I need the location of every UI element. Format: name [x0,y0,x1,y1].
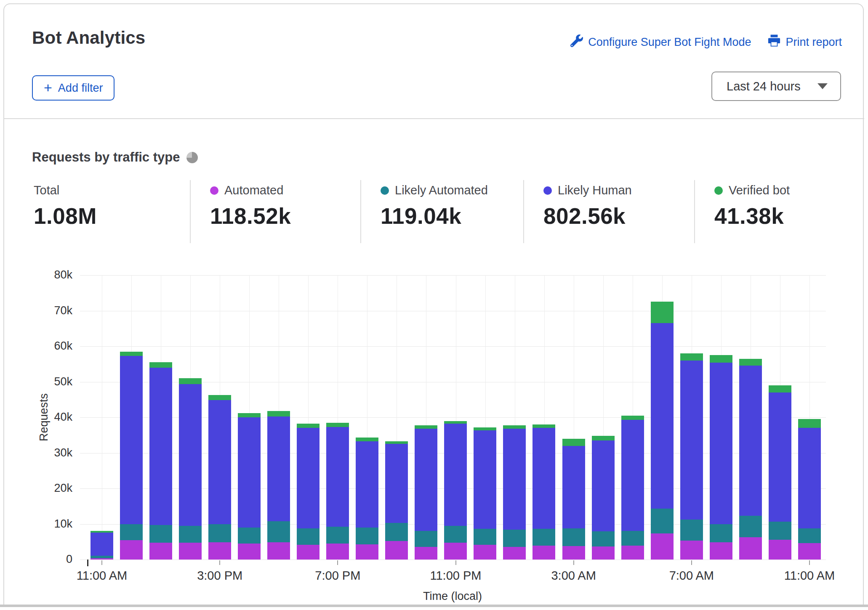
segment-verified-bot [179,378,202,384]
bar-500pm [267,275,290,560]
y-tick-label: 40k [0,411,72,424]
segment-verified-bot [503,425,526,429]
segment-verified-bot [267,411,290,417]
segment-likely-automated [503,530,526,547]
x-tick-label: 7:00 PM [291,569,384,583]
segment-likely-human [179,384,202,525]
segment-likely-human [474,430,496,529]
x-tick-mark [573,560,574,565]
segment-likely-human [385,444,408,523]
segment-automated [297,545,320,560]
segment-likely-human [91,533,113,556]
segment-automated [680,541,703,560]
segment-automated [562,546,585,560]
bar-100pm [149,275,172,560]
segment-verified-bot [621,416,644,420]
x-tick-label: 3:00 AM [527,569,620,583]
segment-verified-bot [356,438,378,441]
bars-container [91,275,821,560]
x-tick-label: 11:00 AM [56,569,148,583]
y-tick-label: 0 [0,553,72,566]
y-axis-title: Requests [37,393,51,441]
segment-verified-bot [297,424,320,428]
segment-likely-automated [444,526,467,543]
segment-likely-human [562,446,585,528]
segment-verified-bot [739,359,762,366]
segment-verified-bot [120,352,143,356]
bar-800am [710,275,732,560]
segment-likely-automated [120,524,143,540]
segment-automated [444,543,467,560]
segment-likely-human [444,424,467,526]
y-tick-label: 80k [0,268,72,281]
segment-likely-automated [621,531,644,546]
segment-likely-human [710,363,732,524]
bar-200am [533,275,555,560]
segment-likely-automated [798,528,821,543]
segment-automated [592,546,615,560]
segment-likely-automated [592,531,615,546]
plot-area [80,275,826,560]
segment-likely-human [533,428,555,529]
segment-likely-automated [533,529,555,546]
segment-verified-bot [592,436,615,440]
x-tick-mark [455,560,456,565]
segment-likely-human [680,361,703,520]
gridline-horizontal [80,560,826,560]
bar-300pm [208,275,231,560]
segment-likely-human [267,416,290,521]
segment-automated [149,543,172,560]
segment-likely-human [739,366,762,516]
y-tick-label: 60k [0,339,72,353]
segment-likely-automated [208,524,231,542]
segment-verified-bot [533,424,555,428]
x-tick-mark [337,560,338,565]
segment-verified-bot [710,355,732,363]
axis-origin-tick [87,560,88,566]
bar-700pm [326,275,349,560]
segment-likely-automated [710,524,732,542]
segment-verified-bot [769,385,791,393]
bar-400am [592,275,615,560]
segment-likely-automated [385,523,408,541]
segment-likely-automated [474,529,496,544]
segment-verified-bot [149,362,172,368]
bar-1200am [474,275,496,560]
bar-300am [562,275,585,560]
segment-likely-human [356,441,378,528]
segment-automated [474,545,496,560]
segment-automated [415,547,437,560]
segment-likely-automated [179,526,202,543]
segment-verified-bot [415,425,437,429]
segment-automated [120,540,143,560]
y-tick-label: 10k [0,517,72,530]
x-axis-title: Time (local) [423,590,482,603]
segment-verified-bot [651,302,674,323]
segment-likely-automated [326,527,349,544]
y-tick-label: 20k [0,482,72,495]
segment-automated [651,533,674,560]
bar-900pm [385,275,408,560]
bar-400pm [238,275,261,560]
x-tick-mark [101,560,102,565]
segment-likely-automated [739,516,762,537]
segment-likely-automated [149,525,172,543]
bar-1100pm [444,275,467,560]
segment-verified-bot [208,395,231,400]
x-tick-label: 7:00 AM [645,569,738,583]
bar-1100am [91,275,113,560]
segment-automated [91,558,113,560]
y-tick-label: 50k [0,375,72,388]
segment-verified-bot [444,421,467,424]
bottom-section-divider [0,605,868,607]
segment-automated [739,537,762,560]
segment-automated [356,544,378,560]
bar-800pm [356,275,378,560]
x-tick-mark [809,560,810,565]
segment-likely-automated [356,528,378,544]
segment-automated [267,542,290,560]
segment-likely-human [208,400,231,524]
segment-verified-bot [798,419,821,428]
bar-1200pm [120,275,143,560]
segment-likely-automated [267,521,290,542]
